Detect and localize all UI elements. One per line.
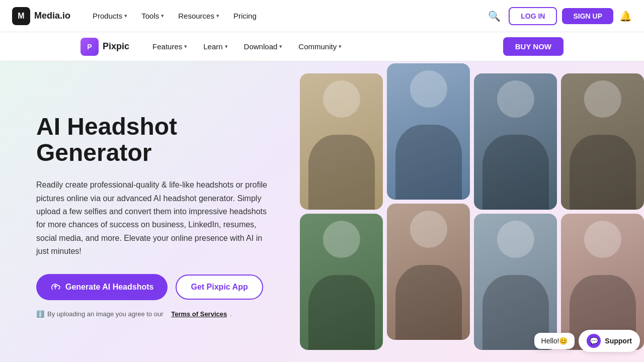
hero-description: Readily create professional-quality & li… xyxy=(36,178,268,258)
terms-of-services-link[interactable]: Terms of Services xyxy=(171,310,227,318)
headshot-grid xyxy=(292,61,644,362)
support-widget: Hello!😊 💬 Support xyxy=(534,330,640,352)
top-navigation: M Media.io Products ▾ Tools ▾ Resources … xyxy=(0,0,644,32)
chevron-down-icon: ▾ xyxy=(161,13,164,19)
chevron-down-icon: ▾ xyxy=(124,13,127,19)
nav-item-resources[interactable]: Resources ▾ xyxy=(172,8,225,24)
hero-section: AI Headshot Generator Readily create pro… xyxy=(0,61,644,362)
headshot-card-2 xyxy=(387,63,470,200)
nav-item-tools[interactable]: Tools ▾ xyxy=(135,8,170,24)
chevron-down-icon: ▾ xyxy=(225,43,228,50)
search-icon[interactable]: 🔍 xyxy=(488,10,501,22)
pixpic-logo[interactable]: P Pixpic xyxy=(80,38,129,56)
subnav-features[interactable]: Features ▾ xyxy=(145,38,194,55)
subnav-learn[interactable]: Learn ▾ xyxy=(196,38,234,55)
nav-item-products[interactable]: Products ▾ xyxy=(87,8,133,24)
headshot-card-3 xyxy=(474,73,557,210)
chevron-down-icon: ▾ xyxy=(279,43,282,50)
login-button[interactable]: LOG IN xyxy=(509,7,557,25)
notification-icon[interactable]: 🔔 xyxy=(619,10,632,22)
headshot-card-5 xyxy=(300,214,383,350)
chevron-down-icon: ▾ xyxy=(184,43,187,50)
chevron-down-icon: ▾ xyxy=(339,43,342,50)
signup-button[interactable]: SIGN UP xyxy=(562,8,613,24)
hello-bubble: Hello!😊 xyxy=(534,333,575,349)
upload-cloud-icon xyxy=(50,282,60,292)
subnav-community[interactable]: Community ▾ xyxy=(291,38,349,55)
pixpic-logo-icon: P xyxy=(80,38,99,56)
media-io-logo[interactable]: M Media.io xyxy=(12,7,70,25)
support-chat-icon: 💬 xyxy=(587,334,601,348)
nav-item-pricing[interactable]: Pricing xyxy=(227,8,263,24)
hero-title: AI Headshot Generator xyxy=(36,114,268,167)
pixpic-logo-text: Pixpic xyxy=(103,41,129,52)
sub-navigation: P Pixpic Features ▾ Learn ▾ Download ▾ C… xyxy=(0,32,644,61)
headshot-card-1 xyxy=(300,73,383,210)
chevron-down-icon: ▾ xyxy=(216,13,219,19)
headshot-card-6 xyxy=(387,204,470,340)
logo-text: Media.io xyxy=(34,11,70,21)
hero-cta-buttons: Generate AI Headshots Get Pixpic App xyxy=(36,274,268,300)
headshot-card-4 xyxy=(561,73,644,210)
sub-nav-items: Features ▾ Learn ▾ Download ▾ Community … xyxy=(145,38,503,55)
generate-ai-headshots-button[interactable]: Generate AI Headshots xyxy=(36,274,168,300)
buy-now-button[interactable]: BUY NOW xyxy=(503,37,564,56)
support-button[interactable]: 💬 Support xyxy=(579,330,640,352)
subnav-download[interactable]: Download ▾ xyxy=(237,38,290,55)
get-pixpic-app-button[interactable]: Get Pixpic App xyxy=(176,275,263,300)
top-nav-items: Products ▾ Tools ▾ Resources ▾ Pricing xyxy=(87,8,488,24)
hero-content: AI Headshot Generator Readily create pro… xyxy=(0,61,292,362)
terms-notice: ℹ️ By uploading an image you agree to ou… xyxy=(36,310,268,318)
info-icon: ℹ️ xyxy=(36,310,44,318)
logo-icon: M xyxy=(12,7,30,25)
